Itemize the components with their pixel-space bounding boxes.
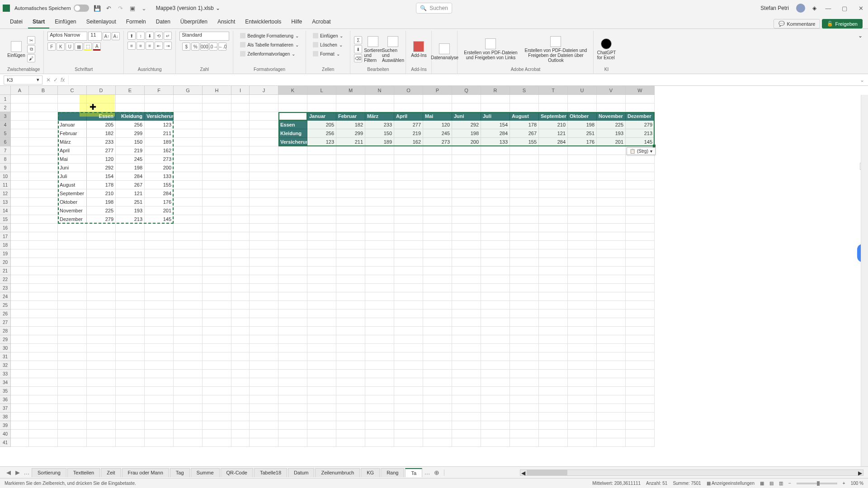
row-header-3[interactable]: 3 <box>0 112 11 121</box>
chatgpt-button[interactable]: ChatGPT for Excel <box>597 38 615 60</box>
cell-S11[interactable] <box>510 181 539 189</box>
row-header-9[interactable]: 9 <box>0 164 11 172</box>
cell-U20[interactable] <box>568 258 597 267</box>
cell-T8[interactable] <box>539 155 568 164</box>
cell-U11[interactable] <box>568 181 597 189</box>
cell-T11[interactable] <box>539 181 568 189</box>
cell-R17[interactable] <box>481 232 510 241</box>
sheet-tab-rang[interactable]: Rang <box>381 468 404 477</box>
cell-M17[interactable] <box>336 232 365 241</box>
row-header-2[interactable]: 2 <box>0 103 11 112</box>
cell-Q34[interactable] <box>452 378 481 387</box>
close-icon[interactable]: ✕ <box>856 5 865 11</box>
cell-N6[interactable]: 189 <box>365 138 394 146</box>
cell-W38[interactable] <box>626 413 655 421</box>
cell-K8[interactable] <box>278 155 307 164</box>
sheet-tab-frau oder mann[interactable]: Frau oder Mann <box>122 468 169 477</box>
cell-S21[interactable] <box>510 267 539 275</box>
cell-D5[interactable]: 182 <box>87 129 116 138</box>
cell-D21[interactable] <box>87 267 116 275</box>
cell-U23[interactable] <box>568 284 597 292</box>
cell-E4[interactable]: 256 <box>116 121 145 129</box>
cell-B20[interactable] <box>29 258 58 267</box>
cell-R30[interactable] <box>481 344 510 352</box>
paste-button[interactable]: Einfügen <box>7 41 25 58</box>
cell-M16[interactable] <box>336 224 365 232</box>
cell-T21[interactable] <box>539 267 568 275</box>
select-all-triangle[interactable] <box>0 86 11 95</box>
cell-O24[interactable] <box>394 292 423 301</box>
cell-C30[interactable] <box>58 344 87 352</box>
cell-H33[interactable] <box>203 370 231 378</box>
cell-F23[interactable] <box>145 284 174 292</box>
cell-V35[interactable] <box>597 387 626 395</box>
cell-E19[interactable] <box>116 249 145 258</box>
tab-einfügen[interactable]: Einfügen <box>50 17 80 28</box>
col-header-D[interactable]: D <box>87 86 116 95</box>
cell-B37[interactable] <box>29 404 58 413</box>
font-color-button[interactable]: A <box>93 42 101 51</box>
redo-icon[interactable]: ↷ <box>117 5 124 12</box>
cell-F2[interactable] <box>145 103 174 112</box>
cell-Q15[interactable] <box>452 215 481 224</box>
cell-U25[interactable] <box>568 301 597 310</box>
cell-L24[interactable] <box>307 292 336 301</box>
cell-H5[interactable] <box>203 129 231 138</box>
cell-E5[interactable]: 299 <box>116 129 145 138</box>
orientation-icon[interactable]: ⟲ <box>155 32 163 40</box>
autosave-toggle[interactable] <box>74 5 89 12</box>
cell-B13[interactable] <box>29 198 58 206</box>
cell-J26[interactable] <box>250 310 278 318</box>
cell-J25[interactable] <box>250 301 278 310</box>
cell-W32[interactable] <box>626 361 655 370</box>
cell-V21[interactable] <box>597 267 626 275</box>
cell-T6[interactable]: 284 <box>539 138 568 146</box>
cell-E3[interactable]: Kleidung <box>116 112 145 121</box>
cell-H23[interactable] <box>203 284 231 292</box>
cell-D39[interactable] <box>87 421 116 430</box>
cut-icon[interactable]: ✂ <box>27 36 35 44</box>
cell-P10[interactable] <box>423 172 452 181</box>
cell-I40[interactable] <box>231 430 250 438</box>
cell-H1[interactable] <box>203 95 231 103</box>
cell-G18[interactable] <box>174 241 203 249</box>
cell-B15[interactable] <box>29 215 58 224</box>
cell-F20[interactable] <box>145 258 174 267</box>
sheet-tab-datum[interactable]: Datum <box>288 468 314 477</box>
cell-F29[interactable] <box>145 335 174 344</box>
cell-T22[interactable] <box>539 275 568 284</box>
cell-J21[interactable] <box>250 267 278 275</box>
cell-U29[interactable] <box>568 335 597 344</box>
cell-K23[interactable] <box>278 284 307 292</box>
col-header-G[interactable]: G <box>174 86 203 95</box>
cell-S27[interactable] <box>510 318 539 327</box>
cell-M15[interactable] <box>336 215 365 224</box>
cell-F21[interactable] <box>145 267 174 275</box>
cell-H2[interactable] <box>203 103 231 112</box>
cell-O10[interactable] <box>394 172 423 181</box>
cell-T25[interactable] <box>539 301 568 310</box>
cell-N26[interactable] <box>365 310 394 318</box>
cell-J7[interactable] <box>250 146 278 155</box>
cell-R31[interactable] <box>481 352 510 361</box>
row-header-21[interactable]: 21 <box>0 267 11 275</box>
cell-H4[interactable] <box>203 121 231 129</box>
diamond-icon[interactable]: ◈ <box>812 5 816 11</box>
cell-V18[interactable] <box>597 241 626 249</box>
cell-R19[interactable] <box>481 249 510 258</box>
cell-R10[interactable] <box>481 172 510 181</box>
cell-J39[interactable] <box>250 421 278 430</box>
cell-F22[interactable] <box>145 275 174 284</box>
cell-D34[interactable] <box>87 378 116 387</box>
cell-F38[interactable] <box>145 413 174 421</box>
cell-D9[interactable]: 292 <box>87 164 116 172</box>
cell-W36[interactable] <box>626 395 655 404</box>
cell-W21[interactable] <box>626 267 655 275</box>
cell-T20[interactable] <box>539 258 568 267</box>
cell-L35[interactable] <box>307 387 336 395</box>
cell-D25[interactable] <box>87 301 116 310</box>
sheet-tab-textteilen[interactable]: Textteilen <box>67 468 100 477</box>
cell-N14[interactable] <box>365 206 394 215</box>
cell-M29[interactable] <box>336 335 365 344</box>
cell-E34[interactable] <box>116 378 145 387</box>
